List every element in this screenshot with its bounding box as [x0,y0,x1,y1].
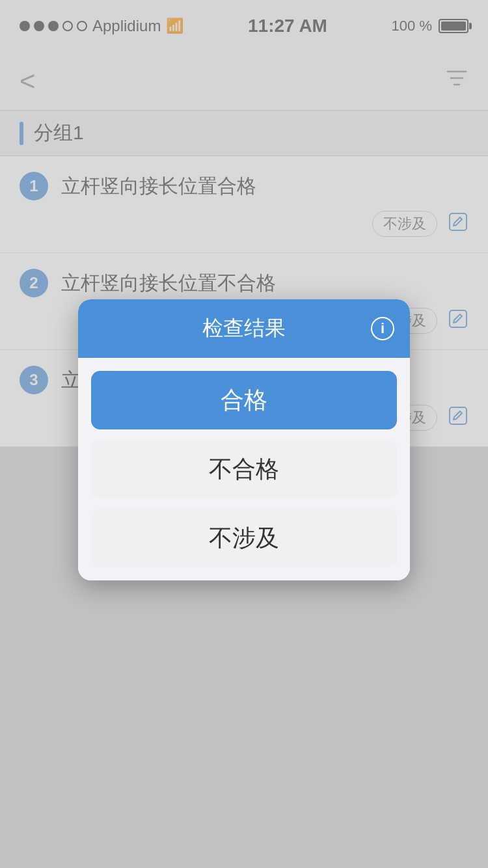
modal-dialog: 检查结果 i 合格 不合格 不涉及 [78,299,410,580]
modal-title: 检查结果 [202,314,286,343]
modal-btn-fail[interactable]: 不合格 [91,440,397,498]
modal-btn-na[interactable]: 不涉及 [91,509,397,567]
info-icon[interactable]: i [371,317,394,340]
modal-overlay: 检查结果 i 合格 不合格 不涉及 [0,0,488,868]
modal-btn-pass[interactable]: 合格 [91,371,397,429]
modal-body: 合格 不合格 不涉及 [78,358,410,580]
modal-header: 检查结果 i [78,299,410,358]
